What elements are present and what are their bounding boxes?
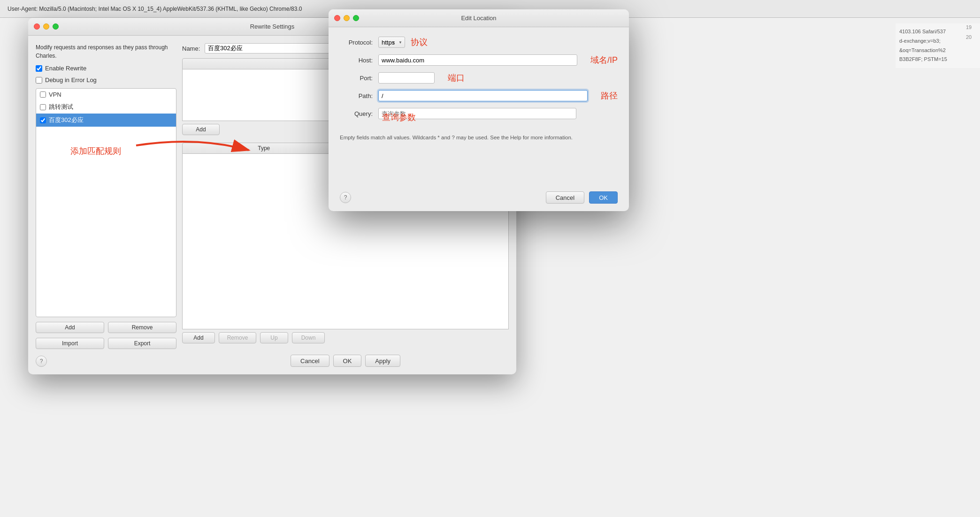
line-numbers: 19 20 [966,18,980,42]
host-annotation: 域名/IP [590,54,618,66]
debug-error-log-label: Debug in Error Log [45,76,97,84]
rules-down-button[interactable]: Down [292,332,325,343]
remove-rule-button[interactable]: Remove [108,322,176,333]
description-text: Modify requests and responses as they pa… [36,43,176,60]
arrow-annotation-label: 添加匹配规则 [70,146,121,156]
protocol-annotation: 协议 [411,37,428,48]
traffic-lights [34,23,59,30]
debug-error-log-checkbox[interactable] [36,77,42,84]
arrow-svg [127,131,268,169]
query-row: Query: [340,108,618,119]
export-button[interactable]: Export [108,338,176,349]
baidu-label: 百度302必应 [49,116,84,124]
close-button[interactable] [34,23,40,30]
enable-rewrite-row[interactable]: Enable Rewrite [36,65,176,72]
list-item[interactable]: 跳转测试 [36,100,176,114]
dialog-zoom-button[interactable] [353,15,359,21]
path-row: Path: 路径 [340,90,618,101]
dialog-cancel-button[interactable]: Cancel [546,191,584,204]
apply-button[interactable]: Apply [365,355,400,367]
protocol-select-wrapper[interactable]: https http * ▼ [378,37,405,48]
ok-button[interactable]: OK [333,355,362,367]
path-label: Path: [340,92,373,99]
name-label: Name: [182,45,201,52]
baidu-checkbox[interactable] [40,117,46,123]
protocol-select[interactable]: https http * [378,37,405,48]
rules-add-button[interactable]: Add [182,332,215,343]
dialog-titlebar: Edit Location [329,9,629,27]
port-input[interactable] [378,72,435,84]
port-annotation: 端口 [448,72,465,84]
dialog-traffic-lights [334,15,359,21]
rules-btn-row: Add Remove Up Down [182,329,509,346]
port-label: Port: [340,75,373,82]
import-button[interactable]: Import [36,338,104,349]
vpn-label: VPN [49,91,61,98]
protocol-label: Protocol: [340,39,373,46]
jump-test-label: 跳转测试 [49,103,73,111]
help-info-text: Empty fields match all values. Wildcards… [340,131,618,144]
edit-location-dialog: Edit Location Protocol: https http * ▼ 协… [329,9,629,211]
dialog-body: Protocol: https http * ▼ 协议 Host: 域名/IP … [329,27,629,188]
list-item[interactable]: 百度302必应 [36,114,176,127]
path-input[interactable] [378,90,588,101]
vpn-checkbox[interactable] [40,91,46,98]
dialog-help-button[interactable]: ? [340,192,351,203]
add-rule-button[interactable]: Add [36,322,104,333]
host-label: Host: [340,57,373,64]
rules-up-button[interactable]: Up [260,332,288,343]
window-actions: Cancel OK Apply [182,355,509,367]
annotation-container: 添加匹配规则 [70,145,121,157]
enable-rewrite-checkbox[interactable] [36,65,42,72]
list-item[interactable]: VPN [36,89,176,100]
list-btn-row-2: Import Export [36,338,176,349]
host-row: Host: 域名/IP [340,54,618,66]
list-btn-row-1: Add Remove [36,322,176,333]
left-panel: Modify requests and responses as they pa… [36,43,176,367]
port-row: Port: 端口 [340,72,618,84]
jump-test-checkbox[interactable] [40,104,46,110]
dialog-footer: ? Cancel OK [329,188,629,211]
debug-error-log-row[interactable]: Debug in Error Log [36,76,176,84]
url-text: User-Agent: Mozilla/5.0 (Macintosh; Inte… [8,6,302,12]
query-label: Query: [340,110,373,117]
dialog-minimize-button[interactable] [344,15,350,21]
dialog-close-button[interactable] [334,15,340,21]
minimize-button[interactable] [43,23,49,30]
window-title: Rewrite Settings [250,23,295,30]
host-input[interactable] [378,54,577,66]
dialog-footer-right: Cancel OK [546,191,618,204]
protocol-row: Protocol: https http * ▼ 协议 [340,37,618,48]
path-annotation: 路径 [601,90,618,101]
dialog-ok-button[interactable]: OK [589,191,618,204]
rules-list[interactable]: VPN 跳转测试 百度302必应 [36,88,176,317]
enable-rewrite-label: Enable Rewrite [45,65,86,72]
rules-remove-button[interactable]: Remove [219,332,256,343]
query-input[interactable] [378,108,576,119]
dialog-title: Edit Location [461,15,496,22]
zoom-button[interactable] [53,23,59,30]
cancel-button[interactable]: Cancel [291,355,329,367]
help-button-left[interactable]: ? [36,356,47,367]
